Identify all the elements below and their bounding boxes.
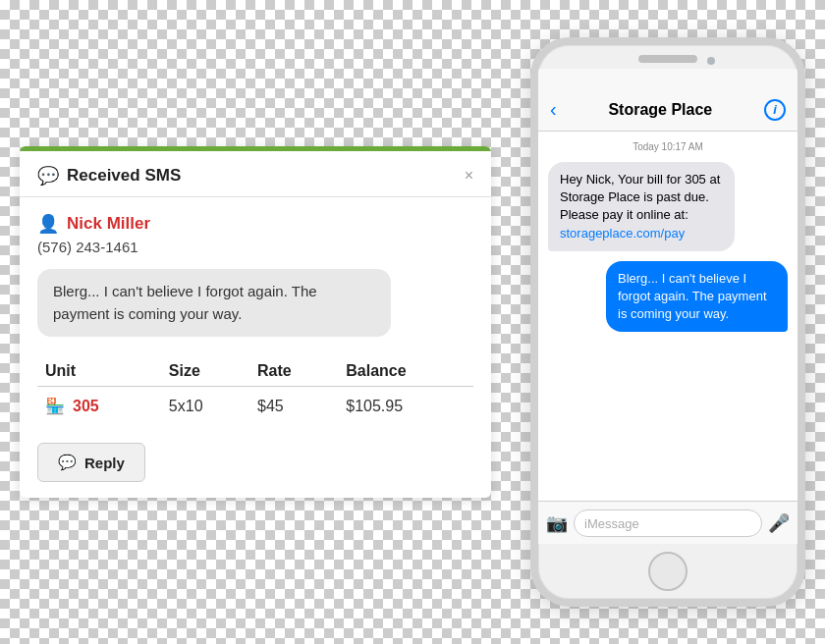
sms-card-title: 💬 Received SMS (37, 165, 181, 187)
sms-card: 💬 Received SMS × 👤 Nick Miller (576) 243… (20, 146, 491, 498)
ios-received-bubble: Hey Nick, Your bill for 305 at Storage P… (548, 162, 735, 251)
sent-bubble-wrap: Blerg... I can't believe I forgot again.… (548, 261, 788, 333)
reply-button[interactable]: 💬 Reply (37, 443, 145, 482)
ios-nav-title: Storage Place (608, 101, 712, 119)
sender-name: Nick Miller (67, 214, 150, 234)
sender-phone: (576) 243-1461 (37, 239, 473, 255)
received-bubble-wrap: Hey Nick, Your bill for 305 at Storage P… (548, 162, 788, 261)
unit-table: Unit Size Rate Balance 🏪 305 5x10 $45 (37, 356, 473, 425)
size-cell: 5x10 (161, 387, 249, 426)
message-timestamp: Today 10:17 AM (548, 141, 788, 152)
info-button[interactable]: i (764, 99, 786, 121)
col-header-rate: Rate (249, 356, 338, 387)
back-button[interactable]: ‹ (550, 98, 557, 121)
mic-icon[interactable]: 🎤 (768, 512, 790, 534)
balance-cell: $105.95 (338, 387, 473, 426)
unit-cell: 🏪 305 (37, 387, 161, 426)
ios-sent-bubble: Blerg... I can't believe I forgot again.… (606, 261, 788, 333)
unit-number: 305 (73, 398, 99, 415)
imessage-input[interactable]: iMessage (574, 510, 762, 537)
sms-title-text: Received SMS (67, 166, 181, 186)
ios-input-bar: 📷 iMessage 🎤 (538, 501, 798, 544)
sms-icon: 💬 (37, 165, 59, 187)
received-text: Hey Nick, Your bill for 305 at Storage P… (560, 172, 720, 222)
sms-card-body: 👤 Nick Miller (576) 243-1461 Blerg... I … (20, 197, 491, 498)
rate-cell: $45 (249, 387, 338, 426)
sender-row: 👤 Nick Miller (37, 213, 473, 235)
col-header-unit: Unit (37, 356, 161, 387)
reply-label: Reply (84, 455, 125, 471)
status-bar (538, 69, 798, 88)
messages-area: Today 10:17 AM Hey Nick, Your bill for 3… (538, 132, 798, 501)
col-header-size: Size (161, 356, 249, 387)
close-button[interactable]: × (465, 167, 473, 185)
reply-icon: 💬 (58, 454, 77, 471)
received-link[interactable]: storageplace.com/pay (560, 226, 685, 241)
sender-person-icon: 👤 (37, 213, 59, 235)
table-row: 🏪 305 5x10 $45 $105.95 (37, 387, 473, 426)
iphone-speaker (638, 55, 697, 63)
iphone: ‹ Storage Place i Today 10:17 AM Hey Nic… (530, 37, 805, 607)
camera-icon[interactable]: 📷 (546, 512, 568, 534)
ios-nav-bar: ‹ Storage Place i (538, 88, 798, 132)
col-header-balance: Balance (338, 356, 473, 387)
input-placeholder: iMessage (584, 516, 639, 531)
iphone-screen: ‹ Storage Place i Today 10:17 AM Hey Nic… (538, 69, 798, 544)
iphone-camera (707, 57, 715, 65)
received-message-bubble: Blerg... I can't believe I forgot again.… (37, 269, 391, 337)
info-label: i (773, 102, 777, 117)
unit-icon: 🏪 (45, 397, 65, 415)
sms-card-header: 💬 Received SMS × (20, 151, 491, 197)
home-button[interactable] (648, 552, 688, 591)
